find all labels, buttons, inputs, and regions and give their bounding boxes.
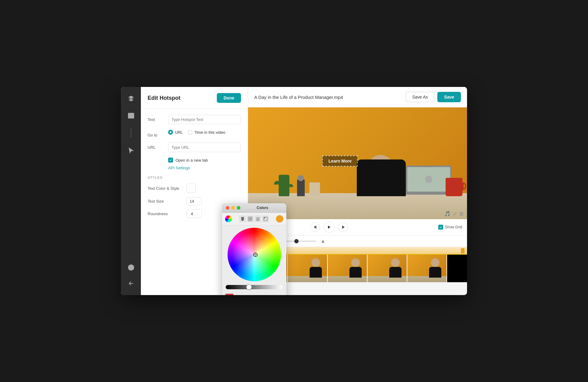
grid-palette-icon[interactable] bbox=[247, 215, 254, 222]
main-header: A Day in the Life of a Product Manager.m… bbox=[248, 87, 467, 107]
orange-preset[interactable] bbox=[276, 215, 283, 223]
film-frame-2[interactable] bbox=[288, 255, 328, 282]
minimize-dot[interactable] bbox=[231, 206, 235, 210]
brightness-slider[interactable] bbox=[226, 285, 283, 289]
svg-rect-9 bbox=[241, 217, 244, 220]
url-option-label: URL bbox=[175, 130, 183, 135]
film-frame-4[interactable] bbox=[368, 255, 407, 282]
play-button[interactable] bbox=[324, 222, 335, 233]
video-preview[interactable]: Learn More 🎵 ⤢ ⊞ bbox=[248, 107, 467, 219]
svg-rect-13 bbox=[248, 219, 250, 221]
text-field-row: Text bbox=[148, 115, 241, 124]
video-title: A Day in the Life of a Product Manager.m… bbox=[254, 95, 343, 100]
back-icon[interactable] bbox=[126, 278, 137, 289]
brightness-thumb[interactable] bbox=[246, 284, 252, 290]
playback-controls bbox=[310, 222, 348, 233]
svg-rect-14 bbox=[251, 219, 252, 221]
film-frame-5[interactable] bbox=[407, 255, 447, 282]
api-settings-link[interactable]: API Settings bbox=[168, 166, 241, 170]
film-icon[interactable] bbox=[126, 110, 137, 121]
show-grid-area: Show Grid bbox=[438, 225, 462, 230]
current-color-swatch[interactable] bbox=[225, 294, 234, 295]
sliders-icon[interactable] bbox=[254, 215, 261, 222]
colors-titlebar: Colors bbox=[222, 203, 286, 213]
save-as-button[interactable]: Save As bbox=[406, 92, 434, 102]
url-field-label: URL bbox=[148, 145, 164, 150]
roundness-label: Roundness bbox=[148, 212, 183, 216]
brightness-area[interactable] bbox=[222, 284, 286, 292]
sidebar bbox=[121, 87, 141, 295]
hotspot-overlay[interactable]: Learn More bbox=[322, 155, 358, 167]
rewind-button[interactable] bbox=[310, 222, 320, 232]
color-bottom bbox=[222, 292, 286, 295]
show-grid-label: Show Grid bbox=[445, 225, 462, 229]
help-icon[interactable] bbox=[126, 262, 137, 273]
url-field-row: URL bbox=[148, 143, 241, 155]
goto-label: Go to bbox=[148, 133, 164, 137]
timeline-marker bbox=[461, 248, 465, 253]
colors-dialog: Colors bbox=[222, 203, 286, 295]
open-new-tab-row[interactable]: Open in a new tab bbox=[168, 158, 241, 163]
url-radio-option[interactable]: URL bbox=[168, 130, 183, 135]
colors-dialog-title: Colors bbox=[242, 206, 283, 210]
video-toolbar-icons: 🎵 ⤢ ⊞ bbox=[444, 211, 463, 217]
open-new-tab-label: Open in a new tab bbox=[175, 158, 208, 163]
hotspot-label: Learn More bbox=[329, 159, 352, 163]
text-size-label: Text Size bbox=[148, 199, 183, 204]
close-dot[interactable] bbox=[226, 206, 229, 210]
text-field-label: Text bbox=[148, 117, 164, 122]
color-crosshair[interactable] bbox=[253, 253, 258, 257]
film-frame-3[interactable] bbox=[328, 255, 368, 282]
sidebar-bottom bbox=[126, 262, 137, 289]
svg-point-8 bbox=[131, 269, 131, 269]
text-color-style-label: Text Color & Style bbox=[148, 186, 183, 191]
time-radio-button[interactable] bbox=[188, 130, 193, 135]
text-size-input[interactable] bbox=[187, 197, 202, 205]
svg-rect-11 bbox=[248, 217, 250, 219]
spectrum-icon[interactable] bbox=[225, 215, 232, 222]
cursor-icon[interactable] bbox=[126, 145, 137, 156]
edit-hotspot-title: Edit Hotspot bbox=[148, 95, 180, 101]
forward-button[interactable] bbox=[338, 222, 348, 232]
save-button[interactable]: Save bbox=[437, 92, 461, 102]
time-radio-option[interactable]: Time in this video bbox=[188, 130, 225, 135]
color-wheel[interactable] bbox=[228, 228, 281, 281]
edit-panel-header: Edit Hotspot Done bbox=[141, 87, 248, 109]
cube-icon[interactable] bbox=[126, 93, 137, 104]
text-color-swatch[interactable] bbox=[187, 184, 196, 193]
svg-marker-10 bbox=[241, 220, 244, 221]
open-new-tab-checkbox[interactable] bbox=[168, 158, 173, 163]
maximize-dot[interactable] bbox=[237, 206, 240, 210]
goto-field-row: Go to URL Time in this video bbox=[148, 130, 241, 140]
url-input[interactable] bbox=[168, 143, 241, 152]
music-icon[interactable]: 🎵 bbox=[444, 211, 450, 217]
color-wheel-area[interactable] bbox=[222, 225, 286, 284]
text-color-style-row: Text Color & Style bbox=[148, 184, 241, 193]
svg-point-19 bbox=[264, 218, 265, 219]
svg-rect-0 bbox=[128, 113, 134, 118]
colors-toolbar bbox=[222, 213, 286, 225]
eyedropper-icon[interactable] bbox=[236, 294, 243, 295]
styles-section-label: STYLES bbox=[148, 176, 241, 179]
crayon-icon[interactable] bbox=[239, 215, 246, 222]
speed-end-icon: ▲ bbox=[321, 238, 326, 244]
done-button[interactable]: Done bbox=[217, 93, 241, 103]
image-palette-icon[interactable] bbox=[262, 215, 269, 222]
svg-rect-12 bbox=[251, 217, 252, 219]
show-grid-checkbox[interactable] bbox=[438, 225, 443, 230]
fullscreen-icon[interactable]: ⤢ bbox=[453, 211, 457, 217]
roundness-input[interactable] bbox=[187, 210, 202, 218]
text-input[interactable] bbox=[168, 115, 241, 124]
header-buttons: Save As Save bbox=[406, 92, 461, 102]
more-icon[interactable]: ⊞ bbox=[459, 211, 463, 217]
url-radio-button[interactable] bbox=[168, 130, 173, 135]
time-option-label: Time in this video bbox=[194, 130, 225, 135]
